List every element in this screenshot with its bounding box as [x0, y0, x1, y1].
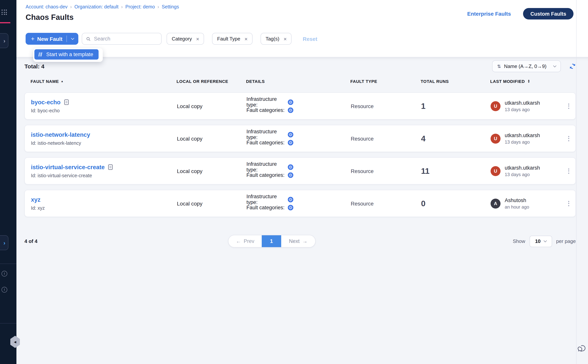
row-menu-kebab-icon[interactable]	[567, 167, 571, 175]
close-icon[interactable]: ×	[283, 36, 287, 41]
sidebar-expand-bottom-button[interactable]: ›	[0, 235, 8, 250]
custom-faults-button[interactable]: Custom Faults	[523, 8, 574, 20]
modified-time: 13 days ago	[505, 172, 540, 177]
fault-row: byoc-echo Id: byoc-echo Local copy Infra…	[25, 92, 576, 120]
column-local-or-reference: LOCAL OR REFERENCE	[170, 79, 240, 84]
fault-name-link[interactable]: byoc-echo	[31, 99, 60, 106]
sort-select[interactable]: ⇅ Name (A→Z, 0→9)	[492, 60, 561, 72]
chevron-right-icon: ›	[3, 38, 5, 44]
column-label: TOTAL RUNS	[421, 79, 449, 84]
search-box	[82, 33, 162, 45]
description-doc-icon[interactable]	[108, 164, 113, 170]
prev-page-button[interactable]: ← Prev	[229, 235, 262, 247]
search-icon	[86, 36, 91, 41]
filter-chips: Category × Fault Type × Tag(s) ×	[167, 33, 292, 45]
row-menu-kebab-icon[interactable]	[567, 102, 571, 110]
fault-id: Id: istio-network-latency	[31, 140, 171, 146]
total-runs: 1	[415, 101, 484, 110]
infrastructure-type-label: Infrastructure type:	[246, 161, 288, 173]
row-menu-kebab-icon[interactable]	[567, 134, 571, 143]
kubernetes-icon	[288, 132, 294, 137]
breadcrumb-organization[interactable]: Organization: default	[74, 4, 119, 10]
new-fault-button[interactable]: + New Fault	[26, 36, 67, 42]
total-runs: 4	[415, 134, 484, 143]
enterprise-faults-link[interactable]: Enterprise Faults	[467, 11, 511, 17]
help-icon[interactable]: i	[1, 287, 7, 292]
fault-categories-label: Fault categories:	[246, 140, 288, 145]
fault-id: Id: byoc-echo	[31, 108, 171, 113]
next-page-button[interactable]: Next →	[281, 235, 315, 247]
column-label: FAULT NAME	[31, 79, 59, 84]
fault-name-link[interactable]: xyz	[31, 196, 40, 203]
menu-item-start-with-template[interactable]: Start with a template	[34, 49, 98, 60]
new-fault-label: New Fault	[37, 36, 62, 42]
modified-time: 13 days ago	[505, 107, 540, 112]
fault-name-link[interactable]: istio-virtual-service-create	[31, 164, 105, 170]
sidebar-divider	[0, 264, 16, 264]
local-or-reference: Local copy	[171, 103, 240, 109]
refresh-icon[interactable]	[569, 63, 576, 70]
page-size-select[interactable]: 10	[529, 235, 552, 247]
close-icon[interactable]: ×	[196, 36, 199, 41]
content-right-divider	[576, 0, 576, 364]
breadcrumb-settings[interactable]: Settings	[162, 4, 179, 10]
current-page-button[interactable]: 1	[262, 235, 281, 247]
filter-chip-category[interactable]: Category ×	[167, 33, 204, 45]
fault-name-link[interactable]: istio-network-latency	[31, 131, 90, 138]
fault-type: Resource	[345, 103, 415, 109]
local-or-reference: Local copy	[171, 200, 240, 207]
modified-by: Ashutosh	[505, 197, 529, 203]
column-label: FAULT TYPE	[350, 79, 377, 84]
fault-row: xyz Id: xyz Local copy Infrastructure ty…	[25, 190, 576, 217]
column-fault-type: FAULT TYPE	[344, 79, 415, 84]
column-fault-name[interactable]: FAULT NAME ▲	[25, 79, 170, 84]
avatar: U	[490, 166, 501, 176]
modified-by: utkarsh.utkarsh	[505, 100, 540, 106]
search-input[interactable]	[94, 36, 158, 42]
column-last-modified[interactable]: LAST MODIFIED ▲▼	[484, 79, 562, 84]
chat-support-icon[interactable]	[577, 344, 587, 353]
total-runs: 0	[415, 199, 484, 208]
fault-type: Resource	[345, 200, 415, 207]
kubernetes-icon	[288, 205, 294, 210]
filter-chip-fault-type[interactable]: Fault Type ×	[212, 33, 253, 45]
avatar: U	[490, 101, 501, 111]
fault-type: Resource	[345, 168, 415, 174]
filter-chip-label: Fault Type	[217, 36, 240, 42]
sort-selected-value: Name (A→Z, 0→9)	[504, 63, 550, 69]
column-details: DETAILS	[240, 79, 344, 84]
fault-id: Id: xyz	[31, 205, 171, 211]
total-count-label: Total: 4	[25, 63, 44, 70]
sidebar-expand-top-button[interactable]: ›	[0, 33, 8, 48]
description-doc-icon[interactable]	[64, 99, 69, 105]
breadcrumb-project[interactable]: Project: demo	[125, 4, 155, 10]
fault-categories-label: Fault categories:	[246, 107, 288, 113]
modified-time: 13 days ago	[505, 139, 540, 145]
table-header-row: FAULT NAME ▲ LOCAL OR REFERENCE DETAILS …	[25, 78, 576, 84]
pager: ← Prev 1 Next →	[228, 235, 316, 247]
breadcrumb-account[interactable]: Account: chaos-dev	[26, 4, 68, 10]
chevron-down-icon	[543, 239, 547, 242]
column-total-runs: TOTAL RUNS	[415, 79, 484, 84]
filter-chip-tags[interactable]: Tag(s) ×	[261, 33, 292, 45]
total-runs: 11	[415, 166, 484, 176]
close-icon[interactable]: ×	[245, 36, 248, 41]
arrow-left-icon: ←	[236, 238, 241, 244]
reset-filters-button[interactable]: Reset	[303, 36, 317, 42]
app-grid-icon[interactable]	[1, 10, 7, 15]
new-fault-dropdown-toggle[interactable]	[67, 38, 78, 39]
new-fault-dropdown-menu: Start with a template	[33, 48, 103, 62]
breadcrumb-separator-icon: ›	[121, 4, 123, 10]
show-label: Show	[513, 238, 525, 244]
sidebar-divider	[0, 323, 16, 324]
chevron-right-icon: ›	[3, 240, 5, 246]
new-fault-split-button: + New Fault	[26, 33, 78, 45]
page-header: Account: chaos-dev › Organization: defau…	[16, 0, 588, 57]
info-icon[interactable]: i	[1, 271, 7, 277]
per-page-label: per page	[556, 238, 576, 244]
row-menu-kebab-icon[interactable]	[567, 199, 571, 208]
toolbar: + New Fault Category	[26, 33, 579, 45]
main-area: Account: chaos-dev › Organization: defau…	[16, 0, 588, 364]
local-or-reference: Local copy	[171, 135, 240, 142]
page-size-value: 10	[535, 238, 541, 244]
